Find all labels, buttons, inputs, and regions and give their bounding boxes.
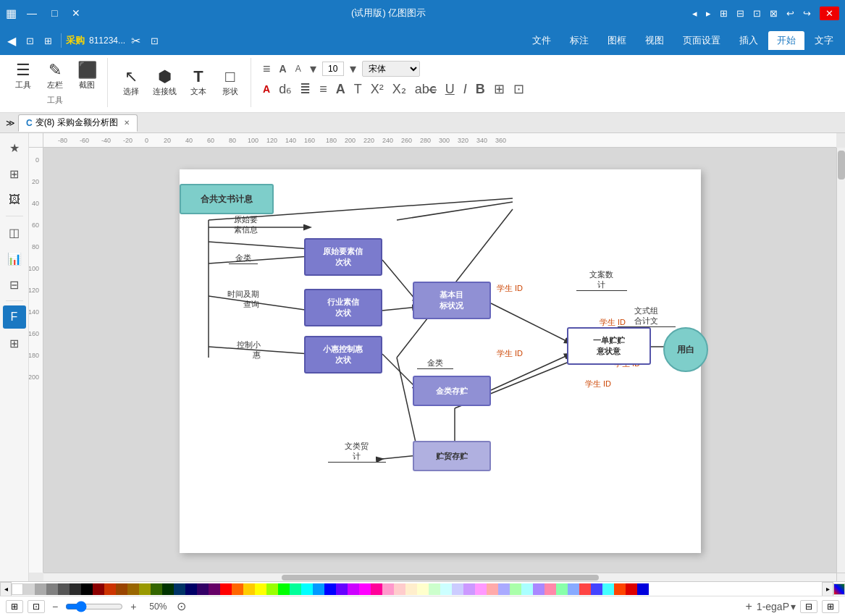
tb-btn1[interactable]: ⊞ [720,8,728,19]
sidebar-btn-table[interactable]: ⊟ [3,273,26,296]
menu-page[interactable]: 页面设置 [674,31,729,50]
window-controls-max[interactable]: □ [47,6,62,20]
menu-file[interactable]: 文件 [524,31,560,50]
page-dropdown-icon[interactable]: ▾ [791,601,796,612]
palette-more[interactable] [833,583,845,595]
tb-btn3[interactable]: ⊡ [753,8,761,19]
hscroll[interactable] [43,573,836,581]
swatch-blue[interactable] [324,583,336,595]
swatch-6[interactable] [93,583,104,595]
tb-close[interactable]: ✕ [820,7,839,20]
layout-double[interactable]: ⊞ [822,600,839,613]
swatch-10[interactable] [139,583,151,595]
font-size-dropdown[interactable]: ▾ [307,59,319,78]
font-color-a[interactable]: A [260,82,273,96]
swatch-medium-blue2[interactable] [591,583,602,595]
swatch-pale-violet[interactable] [463,583,475,595]
underline-btn[interactable]: U [442,80,458,98]
zoom-minus[interactable]: − [49,601,61,612]
swatch-yellow[interactable] [243,583,255,595]
node-main-title[interactable]: 合共文书计息 [180,184,274,214]
paste-format[interactable]: ⊡ [510,80,527,98]
tb-btn4[interactable]: ⊠ [770,8,778,19]
font-name-select[interactable]: 宋体 [362,61,420,77]
list-btn[interactable]: ≣ [297,80,314,98]
swatch-medium-blue[interactable] [568,583,579,595]
swatch-sky[interactable] [313,583,324,595]
menu-start[interactable]: 开始 [768,31,804,50]
font-size-up[interactable]: A [277,62,290,76]
swatch-lime[interactable] [266,583,278,595]
swatch-violet[interactable] [336,583,348,595]
swatch-pale-teal[interactable] [521,583,533,595]
font-size-arrow[interactable]: ▾ [347,59,359,78]
swatch-5[interactable] [70,583,81,595]
sidebar-btn-grid[interactable]: ⊞ [3,162,26,185]
sidebar-btn-chart[interactable]: 📊 [3,247,26,270]
tools-btn[interactable]: ☰ 工具 [9,59,38,93]
layout-single[interactable]: ⊟ [800,600,817,613]
hscroll-thumb[interactable] [282,575,599,581]
canvas-wrapper[interactable]: -80 -60 -40 -20 0 20 40 60 80 100 120 14… [29,133,845,581]
swatch-pink[interactable] [371,583,382,595]
swatch-light-cyan[interactable] [602,583,614,595]
menu-annotate[interactable]: 标注 [561,31,597,50]
swatch-pale-pink[interactable] [394,583,405,595]
subscript-x[interactable]: X₂ [390,80,409,98]
menu-text[interactable]: 文字 [806,31,842,50]
swatch-green[interactable] [278,583,290,595]
italic-btn[interactable]: I [461,80,470,98]
window-controls-close[interactable]: ✕ [67,6,85,20]
swatch-4[interactable] [58,583,70,595]
font-size-input[interactable] [322,62,344,76]
swatch-1[interactable] [23,583,35,595]
swatch-medium-mint[interactable] [556,583,568,595]
node-doc-fetch[interactable]: 贮贸存贮 [413,441,491,471]
swatch-red[interactable] [220,583,232,595]
swatch-light-pink[interactable] [382,583,394,595]
text-btn[interactable]: T 文本 [184,66,213,100]
zoom-level[interactable]: 50% [143,602,172,612]
superscript-x[interactable]: X² [368,80,387,98]
font-size-down[interactable]: A [293,62,304,75]
swatch-cream[interactable] [405,583,417,595]
nav-target[interactable]: ⊙ [177,599,186,613]
font-bold-a[interactable]: A [333,80,348,98]
swatch-pale-yellow[interactable] [417,583,429,595]
indent-btn[interactable]: ≡ [316,80,330,98]
swatch-14[interactable] [185,583,197,595]
tab-close-btn[interactable]: ✕ [124,119,130,127]
tab-collapse[interactable]: ≫ [3,117,18,130]
menu-view[interactable]: 视图 [636,31,673,50]
tab-diagram[interactable]: C 变(8) 采购金额分析图 ✕ [18,114,138,132]
menu-frame[interactable]: 图框 [599,31,635,50]
bold-btn[interactable]: B [473,80,488,98]
sidebar-btn-image[interactable]: 🖼 [3,188,26,211]
tb-btn2[interactable]: ⊟ [736,8,744,19]
scissors-icon[interactable]: ✂ [127,31,145,51]
swatch-mint[interactable] [290,583,301,595]
zoom-slider[interactable] [65,601,123,612]
node-industry-info[interactable]: 行业素信次状 [304,289,382,326]
node-basic-goal[interactable]: 基本目标状况 [413,282,491,319]
node-single-status[interactable]: 一单贮贮意状意 [567,327,651,365]
quick-btn-1[interactable]: ⊡ [22,33,38,49]
swatch-orange[interactable] [232,583,243,595]
swatch-black[interactable] [81,583,93,595]
swatch-11[interactable] [151,583,162,595]
vscroll[interactable] [836,148,845,573]
subscript-btn[interactable]: d₆ [276,80,294,98]
tb-redo[interactable]: ↪ [803,8,811,19]
left-col-btn[interactable]: ✎ 左栏 [41,59,70,93]
node-control-info[interactable]: 小惠控制惠次状 [304,336,382,374]
fit-btn-1[interactable]: ⊞ [6,600,23,613]
strikethrough[interactable]: abc̶ [412,80,440,98]
nav-forward[interactable]: ▸ [706,8,711,19]
select-btn[interactable]: ↖ 选择 [117,66,146,100]
zoom-plus[interactable]: + [127,601,139,612]
swatch-7[interactable] [104,583,116,595]
swatch-16[interactable] [209,583,220,595]
swatch-magenta[interactable] [359,583,371,595]
swatch-pale-blue[interactable] [452,583,463,595]
shape-btn[interactable]: □ 形状 [216,66,245,100]
